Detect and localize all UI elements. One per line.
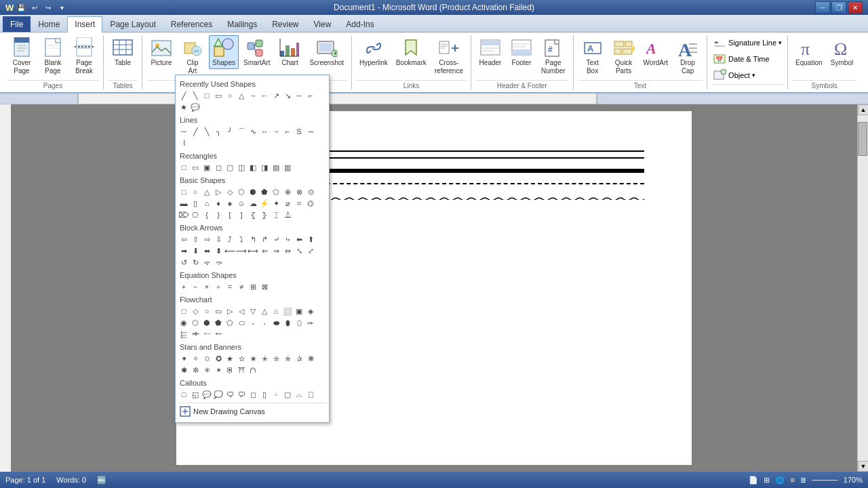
cover-page-button[interactable]: CoverPage xyxy=(7,35,37,77)
flow-8[interactable]: △ xyxy=(259,306,270,317)
banner-1[interactable]: ⛨ xyxy=(224,365,235,375)
rect-3[interactable]: ▣ xyxy=(201,162,212,173)
flow-22[interactable]: ⬮ xyxy=(282,317,293,328)
blank-page-button[interactable]: BlankPage xyxy=(38,35,68,77)
basic-25[interactable]: ⌦ xyxy=(178,209,189,220)
shape-line1[interactable]: ╱ xyxy=(178,90,189,101)
flow-12[interactable]: ◈ xyxy=(305,306,316,317)
line-curve1[interactable]: ╮ xyxy=(213,126,224,137)
flow-27[interactable]: ⬳ xyxy=(201,329,212,340)
basic-17[interactable]: ♠ xyxy=(224,198,235,209)
new-drawing-canvas-button[interactable]: New Drawing Canvas xyxy=(178,403,326,420)
banner-2[interactable]: ⛩ xyxy=(236,365,247,375)
basic-6[interactable]: ⬡ xyxy=(236,186,247,197)
view-fullscreen-icon[interactable]: ⊞ xyxy=(764,476,770,485)
shape-arrow-ru[interactable]: ↗ xyxy=(271,90,281,101)
star-6[interactable]: ✫ xyxy=(236,353,247,364)
basic-28[interactable]: } xyxy=(213,209,224,220)
basic-32[interactable]: ⦄ xyxy=(259,209,270,220)
callout-1[interactable]: □ xyxy=(178,389,189,400)
signature-dropdown-icon[interactable]: ▾ xyxy=(778,39,782,46)
barrow-13[interactable]: ➡ xyxy=(178,245,189,256)
line-straight[interactable]: ─ xyxy=(178,126,189,137)
flow-23[interactable]: ⬯ xyxy=(294,317,304,328)
shape-line2[interactable]: ╲ xyxy=(190,90,201,101)
close-button[interactable]: ✕ xyxy=(848,1,863,14)
save-button[interactable]: 💾 xyxy=(15,1,27,14)
eq-7[interactable]: ⊞ xyxy=(248,281,258,292)
date-time-label[interactable]: Date & Time xyxy=(728,55,770,63)
line-elbow[interactable]: ⌐ xyxy=(282,126,293,137)
barrow-3[interactable]: ⇨ xyxy=(201,234,212,245)
callout-3[interactable]: 💬 xyxy=(201,389,212,400)
zoom-slider[interactable]: ───── xyxy=(812,476,838,484)
line-diag1[interactable]: ╱ xyxy=(190,126,201,137)
star-16[interactable]: ✴ xyxy=(213,365,224,375)
shapes-button[interactable]: Shapes xyxy=(209,35,239,69)
rect-1[interactable]: □ xyxy=(178,162,189,173)
basic-29[interactable]: [ xyxy=(224,209,235,220)
star-12[interactable]: ❋ xyxy=(305,353,316,364)
barrow-19[interactable]: ⟷ xyxy=(248,245,258,256)
star-14[interactable]: ✲ xyxy=(190,365,201,375)
bookmark-button[interactable]: Bookmark xyxy=(393,35,430,69)
basic-15[interactable]: ⌂ xyxy=(201,198,212,209)
banner-3[interactable]: ⛫ xyxy=(248,365,258,375)
object-label[interactable]: Object xyxy=(728,71,750,79)
barrow-10[interactable]: ⤷ xyxy=(282,234,293,245)
basic-22[interactable]: ⌀ xyxy=(282,198,293,209)
flow-4[interactable]: ▭ xyxy=(213,306,224,317)
callout-10[interactable]: ▢ xyxy=(282,389,293,400)
word-art-button[interactable]: A WordArt xyxy=(640,35,672,69)
star-3[interactable]: ✩ xyxy=(201,353,212,364)
barrow-9[interactable]: ⤶ xyxy=(271,234,281,245)
line-wave[interactable]: ∿ xyxy=(248,126,258,137)
flow-24[interactable]: ⬰ xyxy=(305,317,316,328)
header-button[interactable]: Header xyxy=(475,35,505,69)
basic-8[interactable]: ⬟ xyxy=(259,186,270,197)
flow-7[interactable]: ▽ xyxy=(248,306,258,317)
line-arr1[interactable]: → xyxy=(271,126,281,137)
tab-insert[interactable]: Insert xyxy=(67,16,102,33)
barrow-28[interactable]: ⤼ xyxy=(213,257,224,268)
line-curve2[interactable]: ╯ xyxy=(224,126,235,137)
rect-9[interactable]: ▤ xyxy=(271,162,281,173)
barrow-8[interactable]: ↱ xyxy=(259,234,270,245)
eq-5[interactable]: = xyxy=(224,281,235,292)
line-bend1[interactable]: ⌒ xyxy=(236,126,247,137)
eq-1[interactable]: + xyxy=(178,281,189,292)
basic-1[interactable]: □ xyxy=(178,186,189,197)
barrow-25[interactable]: ↺ xyxy=(178,257,189,268)
cross-reference-button[interactable]: Cross-reference xyxy=(431,35,467,77)
flow-15[interactable]: ⬢ xyxy=(201,317,212,328)
basic-19[interactable]: ☁ xyxy=(248,198,258,209)
barrow-6[interactable]: ⤵ xyxy=(236,234,247,245)
flow-11[interactable]: ▣ xyxy=(294,306,304,317)
view-web-icon[interactable]: 🌐 xyxy=(775,476,785,485)
basic-23[interactable]: ⌗ xyxy=(294,198,304,209)
flow-16[interactable]: ⬟ xyxy=(213,317,224,328)
tab-home[interactable]: Home xyxy=(31,16,67,32)
flow-25[interactable]: ⬱ xyxy=(178,329,189,340)
basic-12[interactable]: ⊙ xyxy=(305,186,316,197)
rect-7[interactable]: ◧ xyxy=(248,162,258,173)
barrow-21[interactable]: ⇒ xyxy=(271,245,281,256)
basic-5[interactable]: ◇ xyxy=(224,186,235,197)
line-curve3[interactable]: S xyxy=(294,126,304,137)
shape-callout[interactable]: 💬 xyxy=(190,102,201,113)
barrow-27[interactable]: ⤽ xyxy=(201,257,212,268)
star-15[interactable]: ✳ xyxy=(201,365,212,375)
drop-cap-button[interactable]: A DropCap xyxy=(673,35,703,77)
view-outline-icon[interactable]: ≡ xyxy=(790,476,794,484)
barrow-17[interactable]: ⟵ xyxy=(224,245,235,256)
customize-qa-button[interactable]: ▾ xyxy=(56,1,68,14)
rect-6[interactable]: ◫ xyxy=(236,162,247,173)
callout-8[interactable]: ▯ xyxy=(259,389,270,400)
star-13[interactable]: ✱ xyxy=(178,365,189,375)
screenshot-button[interactable]: ✦ Screenshot xyxy=(306,35,347,69)
flow-18[interactable]: ⬭ xyxy=(236,317,247,328)
shape-rect[interactable]: □ xyxy=(201,90,212,101)
basic-3[interactable]: △ xyxy=(201,186,212,197)
view-normal-icon[interactable]: 📄 xyxy=(749,476,758,485)
star-8[interactable]: ✭ xyxy=(259,353,270,364)
